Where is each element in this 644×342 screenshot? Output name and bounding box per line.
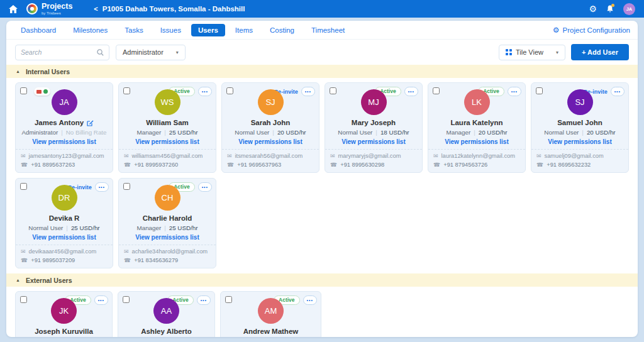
email-row: ✉ itsmesarah56@gmail.com [227,153,314,159]
member-rate: 25 USD/hr [71,224,100,231]
search-input[interactable] [21,48,97,56]
home-icon[interactable] [9,5,18,13]
select-user-checkbox[interactable] [330,87,336,94]
user-card: Active ••• CH Charlie Harold Manager | 2… [118,178,216,268]
avatar-initials: CH [162,193,174,202]
edit-user-icon[interactable] [87,119,94,126]
app-tagline: by Trisbees [42,11,72,15]
app-name: Projects [42,3,72,11]
tab-dashboard[interactable]: Dashboard [14,24,63,36]
member-name: James Antony [35,119,84,126]
select-user-checkbox[interactable] [123,87,130,94]
avatar-initials: AM [265,306,277,316]
project-configuration-button[interactable]: ⚙ Project Configuration [553,26,630,35]
back-chevron-icon[interactable]: < [94,5,97,13]
card-menu-button[interactable]: ••• [198,87,212,96]
card-menu-button[interactable]: ••• [508,87,521,96]
view-permissions-link[interactable]: View permissions list [445,138,509,145]
member-email: marymaryjs@gmail.com [338,153,401,159]
section-header[interactable]: ▲ Internal Users [6,65,638,78]
select-user-checkbox[interactable] [20,87,27,94]
role-line: Normal User | 20 USD/hr [544,129,615,136]
member-rate: 18 USD/hr [380,129,409,136]
phone-icon: ☎ [21,162,28,168]
avatar-initials: JK [59,306,69,316]
avatar-initials: LK [472,97,482,107]
member-phone: +91 9695637963 [237,162,281,168]
member-role: Normal User [235,129,269,136]
tab-issues[interactable]: Issues [153,24,188,36]
view-permissions-link[interactable]: View permissions list [238,138,303,145]
view-permissions-link[interactable]: View permissions list [341,138,406,145]
tab-costing[interactable]: Costing [263,24,301,36]
card-menu-button[interactable]: ••• [198,182,212,192]
main-panel: DashboardMilestonesTasksIssuesUsersItems… [6,21,638,337]
card-menu-button[interactable]: ••• [611,87,625,96]
card-grid: JA James Antony Administrator | No Billi… [6,78,638,273]
card-menu-button[interactable]: ••• [197,295,211,305]
tabs: DashboardMilestonesTasksIssuesUsersItems… [14,24,355,36]
member-email: samuelj09@gmail.com [545,153,604,159]
phone-row: ☎ +91 8345636279 [124,257,211,263]
email-icon: ✉ [536,153,541,159]
view-permissions-link[interactable]: View permissions list [548,138,612,145]
add-user-button[interactable]: + Add User [571,44,629,60]
card-menu-button[interactable]: ••• [301,87,315,96]
toolbar: Administrator ▾ Tile View ▾ + Add User [6,40,638,65]
role-filter-dropdown[interactable]: Administrator ▾ [116,45,186,60]
email-row: ✉ williamsam456@gmail.com [124,153,211,159]
settings-gear-icon[interactable]: ⚙ [589,4,597,13]
tab-tasks[interactable]: Tasks [118,24,150,36]
member-phone: +91 8895637263 [31,162,75,168]
notifications-bell-icon[interactable] [606,5,614,13]
member-avatar: SJ [258,89,284,115]
member-role: Manager [137,224,162,231]
tab-items[interactable]: Items [228,24,260,36]
select-user-checkbox[interactable] [225,296,232,303]
member-name-row: Sarah John [251,119,291,126]
view-permissions-link[interactable]: View permissions list [135,138,199,145]
role-line: Manager | 25 USD/hr [137,224,198,231]
user-card: Active ••• JK Joseph Kuruvilla Normal Us… [15,291,113,337]
member-rate: 20 USD/hr [479,129,508,136]
project-title: P1005 Dahab Towers, Somalla - Dahbshill [103,5,245,13]
view-selector-value: Tile View [516,48,543,56]
view-selector-dropdown[interactable]: Tile View ▾ [499,45,565,60]
select-user-checkbox[interactable] [536,87,543,94]
member-rate: 25 USD/hr [169,224,198,231]
collapse-arrow-icon[interactable]: ▲ [16,278,20,282]
phone-row: ☎ +91 8995630298 [330,162,417,168]
avatar-initials: DR [58,193,70,202]
view-permissions-link[interactable]: View permissions list [32,138,96,145]
member-rate: 20 USD/hr [587,129,616,136]
collapse-arrow-icon[interactable]: ▲ [16,69,20,74]
topbar: Projects by Trisbees < P1005 Dahab Tower… [0,0,644,18]
view-permissions-link[interactable]: View permissions list [135,234,199,241]
sections: ▲ Internal Users JA James Antony Adminis… [6,65,638,337]
user-avatar[interactable]: JA [623,3,635,15]
select-user-checkbox[interactable] [123,296,130,303]
tab-milestones[interactable]: Milestones [66,24,114,36]
member-name: Laura Katelynn [450,119,502,126]
search-icon [97,49,104,56]
app-logo-icon[interactable] [26,3,38,14]
member-name-row: Devika R [49,214,80,222]
card-menu-button[interactable]: ••• [94,295,108,305]
member-email: itsmesarah56@gmail.com [235,153,303,159]
select-user-checkbox[interactable] [226,87,233,94]
tab-users[interactable]: Users [191,24,225,36]
section-header[interactable]: ▲ External Users [6,273,638,287]
select-user-checkbox[interactable] [20,183,27,190]
role-rate-separator: | [164,129,166,136]
select-user-checkbox[interactable] [433,87,440,94]
card-menu-button[interactable]: ••• [404,87,418,96]
card-menu-button[interactable]: ••• [303,295,317,305]
role-rate-separator: | [61,129,63,136]
tab-timesheet[interactable]: Timesheet [304,24,352,36]
member-avatar: WS [155,89,180,115]
select-user-checkbox[interactable] [20,296,27,303]
role-rate-separator: | [474,129,475,136]
card-menu-button[interactable]: ••• [95,182,109,192]
select-user-checkbox[interactable] [123,183,130,190]
view-permissions-link[interactable]: View permissions list [32,234,96,241]
